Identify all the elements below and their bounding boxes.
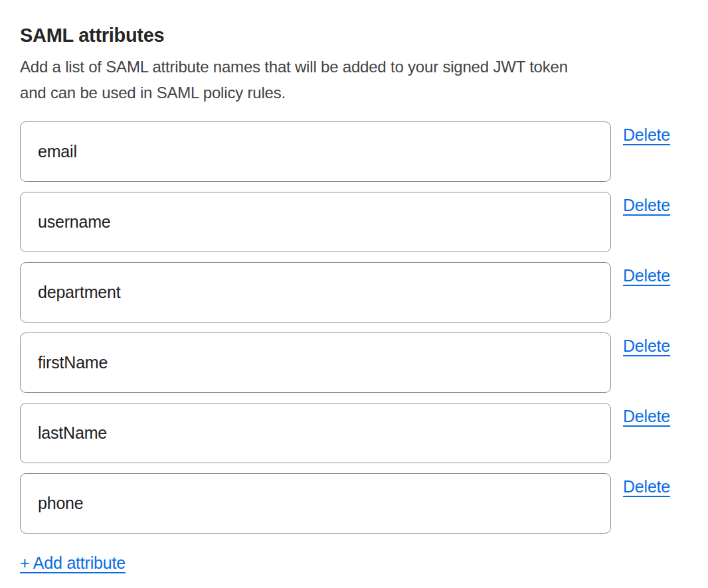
add-attribute-link[interactable]: + Add attribute <box>20 553 126 573</box>
delete-link[interactable]: Delete <box>623 125 670 145</box>
attribute-input-department[interactable] <box>20 262 611 323</box>
attribute-row: Delete <box>20 403 679 463</box>
section-description-line-2: and can be used in SAML policy rules. <box>20 80 679 106</box>
delete-link[interactable]: Delete <box>623 336 670 356</box>
delete-link[interactable]: Delete <box>623 406 670 426</box>
attribute-input-phone[interactable] <box>20 473 611 534</box>
attribute-input-firstname[interactable] <box>20 332 611 393</box>
delete-link[interactable]: Delete <box>623 265 670 285</box>
attribute-input-email[interactable] <box>20 121 611 182</box>
attribute-input-lastname[interactable] <box>20 403 611 463</box>
attribute-rows: Delete Delete Delete Delete Delete Delet… <box>20 121 679 534</box>
attribute-row: Delete <box>20 473 679 534</box>
delete-link[interactable]: Delete <box>623 477 670 496</box>
section-description: Add a list of SAML attribute names that … <box>20 54 679 106</box>
attribute-row: Delete <box>20 332 679 393</box>
delete-link[interactable]: Delete <box>623 195 670 215</box>
attribute-row: Delete <box>20 121 679 182</box>
attribute-row: Delete <box>20 192 679 252</box>
attribute-row: Delete <box>20 262 679 323</box>
section-title: SAML attributes <box>20 25 679 45</box>
saml-attributes-section: SAML attributes Add a list of SAML attri… <box>0 0 708 573</box>
attribute-input-username[interactable] <box>20 192 611 252</box>
section-description-line-1: Add a list of SAML attribute names that … <box>20 54 679 80</box>
